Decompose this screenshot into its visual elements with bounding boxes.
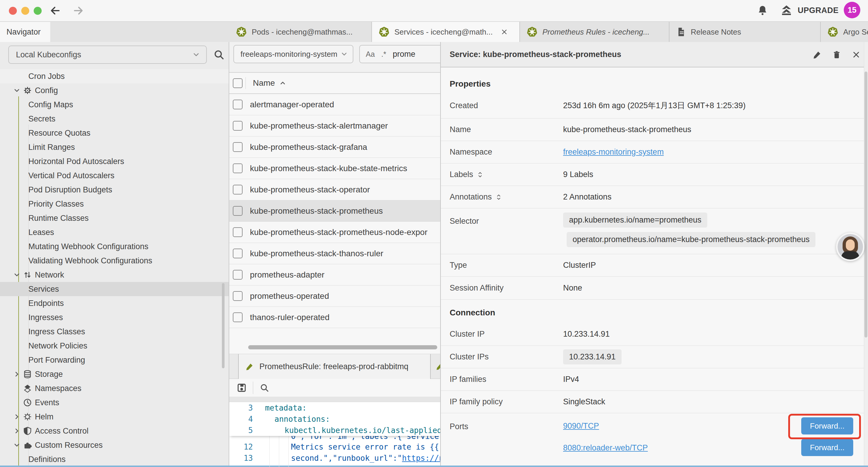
row-checkbox[interactable] <box>233 164 243 173</box>
forward-icon[interactable] <box>73 5 84 16</box>
window-minimize-button[interactable] <box>21 7 29 15</box>
sidebar-item-storage[interactable]: Storage <box>0 367 229 381</box>
notifications-bell-icon[interactable] <box>757 5 768 16</box>
kubeconfig-selector[interactable]: Local Kubeconfigs <box>8 46 207 64</box>
sidebar-item-ingresses[interactable]: Ingresses <box>0 310 229 324</box>
sidebar-item-services[interactable]: Services <box>0 282 229 296</box>
sidebar-item-horizontal-pod-autoscalers[interactable]: Horizontal Pod Autoscalers <box>0 154 229 169</box>
editor-tab-partial-pencil-icon[interactable] <box>435 362 441 371</box>
editor-tab-prometheusrule[interactable]: PrometheusRule: freeleaps-prod-rabbitmq <box>238 354 431 379</box>
sidebar-item-mutating-webhook-configurations[interactable]: Mutating Webhook Configurations <box>0 239 229 254</box>
edit-pencil-icon[interactable] <box>812 50 822 59</box>
sidebar-item-access-control[interactable]: Access Control <box>0 424 229 438</box>
table-row[interactable]: kube-prometheus-stack-operator <box>229 179 440 200</box>
expand-collapse-sort-icon[interactable] <box>495 193 502 201</box>
selector-badge: app.kubernetes.io/name=prometheus <box>563 212 707 228</box>
row-checkbox[interactable] <box>233 227 243 237</box>
table-row[interactable]: thanos-ruler-operated <box>229 307 440 328</box>
row-checkbox[interactable] <box>233 313 243 322</box>
row-checkbox[interactable] <box>233 121 243 130</box>
tab-bar: Navigator Pods - icecheng@mathmas... Ser… <box>0 22 868 42</box>
match-case-toggle[interactable]: Aa <box>366 50 375 59</box>
sidebar-item-priority-classes[interactable]: Priority Classes <box>0 197 229 211</box>
forward-port-button[interactable]: Forward... <box>801 417 853 435</box>
table-row[interactable]: kube-prometheus-stack-grafana <box>229 137 440 158</box>
row-checkbox[interactable] <box>233 206 243 216</box>
forward-port-button[interactable]: Forward... <box>801 439 853 456</box>
table-row[interactable]: kube-prometheus-stack-prometheus-node-ex… <box>229 222 440 243</box>
sidebar-item-events[interactable]: Events <box>0 396 229 410</box>
sidebar-item-cron-jobs[interactable]: Cron Jobs <box>0 69 229 83</box>
navigator-panel-tab[interactable]: Navigator <box>0 22 50 42</box>
list-search-input[interactable]: Aa .* prome <box>359 45 441 63</box>
sidebar-item-validating-webhook-configurations[interactable]: Validating Webhook Configurations <box>0 254 229 268</box>
sidebar-search-icon[interactable] <box>213 49 224 60</box>
sidebar-item-network[interactable]: Network <box>0 268 229 282</box>
assistant-avatar[interactable] <box>836 233 864 261</box>
row-checkbox[interactable] <box>233 99 243 109</box>
sidebar-item-definitions[interactable]: Definitions <box>0 452 229 466</box>
tab-argo[interactable]: Argo Se <box>821 22 868 42</box>
tab-prometheus-rules[interactable]: Prometheus Rules - icecheng... <box>520 22 670 42</box>
yaml-editor[interactable]: 0","for":"1m","labels":{"service": 12 Me… <box>229 402 440 467</box>
sidebar-item-config[interactable]: Config <box>0 83 229 97</box>
sidebar-item-config-maps[interactable]: Config Maps <box>0 97 229 112</box>
port-link-9090[interactable]: 9090/TCP <box>563 421 599 431</box>
profile-notification-badge[interactable]: 15 <box>844 2 860 18</box>
close-tab-icon[interactable] <box>500 28 508 36</box>
sidebar-item-secrets[interactable]: Secrets <box>0 112 229 126</box>
row-checkbox[interactable] <box>233 142 243 152</box>
table-row[interactable]: kube-prometheus-stack-kube-state-metrics <box>229 158 440 179</box>
sidebar-item-resource-quotas[interactable]: Resource Quotas <box>0 126 229 140</box>
select-all-checkbox[interactable] <box>233 78 243 88</box>
tab-pods[interactable]: Pods - icecheng@mathmas... <box>229 22 372 42</box>
table-row[interactable]: prometheus-operated <box>229 286 440 307</box>
sidebar-item-leases[interactable]: Leases <box>0 225 229 239</box>
row-checkbox[interactable] <box>233 270 243 280</box>
upgrade-button[interactable]: UPGRADE <box>798 6 839 15</box>
expand-collapse-sort-icon[interactable] <box>477 171 483 178</box>
sidebar-item-namespaces[interactable]: Namespaces <box>0 381 229 396</box>
namespace-filter-select[interactable]: freeleaps-monitoring-system <box>234 45 353 63</box>
regex-toggle[interactable]: .* <box>381 50 386 59</box>
table-row[interactable]: kube-prometheus-stack-thanos-ruler <box>229 243 440 264</box>
detail-scrollbar-track[interactable] <box>864 42 868 467</box>
sidebar-item-port-forwarding[interactable]: Port Forwarding <box>0 353 229 367</box>
sidebar-item-vertical-pod-autoscalers[interactable]: Vertical Pod Autoscalers <box>0 169 229 183</box>
sidebar-item-runtime-classes[interactable]: Runtime Classes <box>0 211 229 225</box>
tab-services[interactable]: Services - icecheng@math... <box>372 22 520 42</box>
sidebar-item-endpoints[interactable]: Endpoints <box>0 296 229 310</box>
editor-search-icon[interactable] <box>260 383 269 392</box>
table-row[interactable]: prometheus-adapter <box>229 264 440 286</box>
sidebar-scrollbar[interactable] <box>222 283 224 368</box>
indent-guide <box>288 436 289 467</box>
delete-trash-icon[interactable] <box>832 50 841 59</box>
table-row-selected[interactable]: kube-prometheus-stack-prometheus <box>229 200 440 222</box>
sort-ascending-icon[interactable] <box>279 80 286 87</box>
sidebar-item-pod-disruption-budgets[interactable]: Pod Disruption Budgets <box>0 183 229 197</box>
save-icon[interactable] <box>236 382 247 393</box>
row-checkbox[interactable] <box>233 185 243 195</box>
sidebar-item-network-policies[interactable]: Network Policies <box>0 339 229 353</box>
column-header-name[interactable]: Name <box>253 78 275 88</box>
table-row[interactable]: kube-prometheus-stack-alertmanager <box>229 115 440 137</box>
runbook-url-link[interactable]: https://net <box>402 454 441 463</box>
sidebar-item-helm[interactable]: Helm <box>0 410 229 424</box>
close-panel-icon[interactable] <box>851 50 861 59</box>
tab-release-notes[interactable]: Release Notes <box>670 22 821 42</box>
upgrade-icon[interactable] <box>780 4 793 16</box>
sidebar-item-ingress-classes[interactable]: Ingress Classes <box>0 324 229 339</box>
table-row[interactable]: alertmanager-operated <box>229 94 440 115</box>
namespace-link[interactable]: freeleaps-monitoring-system <box>563 147 664 157</box>
back-icon[interactable] <box>50 5 61 16</box>
row-checkbox[interactable] <box>233 291 243 301</box>
window-close-button[interactable] <box>9 7 17 15</box>
row-checkbox[interactable] <box>233 249 243 258</box>
port-link-8080[interactable]: 8080:reloader-web/TCP <box>563 443 648 453</box>
property-row-ip-families: IP families IPv4 <box>441 368 864 391</box>
sidebar-item-limit-ranges[interactable]: Limit Ranges <box>0 140 229 154</box>
sidebar-item-custom-resources[interactable]: Custom Resources <box>0 438 229 452</box>
detail-scrollbar-thumb[interactable] <box>864 71 867 338</box>
horizontal-scrollbar[interactable] <box>248 345 437 349</box>
window-zoom-button[interactable] <box>34 7 42 15</box>
